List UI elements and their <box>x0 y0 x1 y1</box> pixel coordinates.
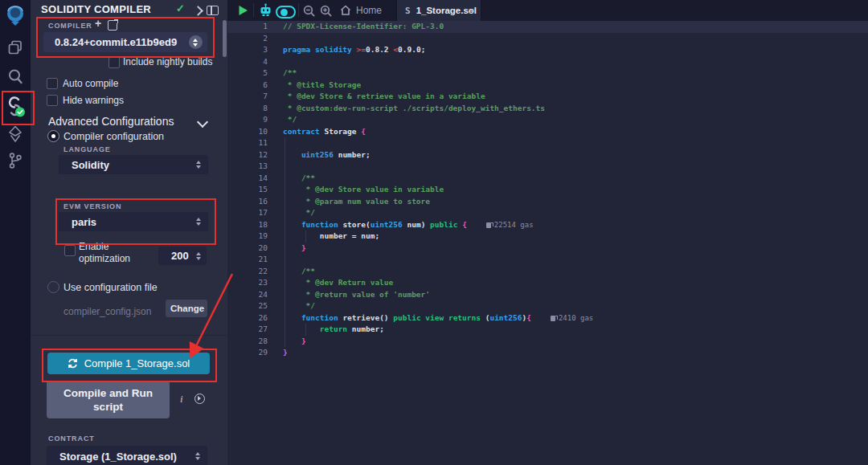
change-config-button[interactable]: Change <box>166 300 207 317</box>
line-number: 4 <box>227 56 268 68</box>
file-explorer-icon[interactable] <box>0 39 31 55</box>
line-number: 13 <box>227 161 268 173</box>
info-icon[interactable]: i <box>180 393 183 406</box>
code-line: 23 * @dev Return value <box>227 277 868 289</box>
optimization-runs-input[interactable]: 200 <box>158 247 207 265</box>
contract-select[interactable]: Storage (1_Storage.sol) <box>47 446 207 465</box>
indent-guide <box>285 137 285 347</box>
open-compiler-file-icon[interactable] <box>108 20 117 31</box>
panel-scrollbar-thumb[interactable] <box>223 20 227 57</box>
code-line: 25 */ <box>227 300 868 312</box>
enable-optimization-label: Enable optimization <box>79 241 146 265</box>
zoom-out-icon[interactable] <box>303 5 315 20</box>
line-number: 9 <box>227 114 268 126</box>
auto-compile-checkbox[interactable] <box>47 78 58 89</box>
solidity-compiler-icon[interactable] <box>0 96 31 118</box>
chevron-down-icon[interactable] <box>197 116 208 128</box>
tab-1-storage-sol[interactable]: S 1_Storage.sol × <box>396 0 481 21</box>
code-line: 4 <box>227 56 868 68</box>
indent-guide <box>305 324 306 336</box>
compiler-version-value: 0.8.24+commit.e11b9ed9 <box>43 36 177 48</box>
line-number: 18 <box>227 219 268 231</box>
home-tab-label: Home <box>356 5 382 16</box>
line-number: 24 <box>227 289 268 301</box>
language-select[interactable]: Solidity <box>59 155 208 174</box>
pin-panel-icon[interactable] <box>207 6 219 15</box>
include-nightly-checkbox[interactable] <box>108 57 120 68</box>
code-editor[interactable]: 1// SPDX-License-Identifier: GPL-3.023pr… <box>227 21 868 465</box>
evm-version-select[interactable]: paris <box>59 212 208 231</box>
evm-version-label: EVM VERSION <box>63 202 121 210</box>
include-nightly-label: Include nightly builds <box>123 56 212 67</box>
home-icon <box>340 5 351 15</box>
line-number: 22 <box>227 266 268 278</box>
code-line: 3pragma solidity >=0.8.2 <0.9.0; <box>227 44 868 56</box>
code-line: 15 * @dev Store value in variable <box>227 184 868 196</box>
run-script-play-icon[interactable] <box>238 5 248 19</box>
remix-logo-icon[interactable] <box>0 4 31 27</box>
add-compiler-icon[interactable]: + <box>95 17 101 30</box>
line-number: 23 <box>227 277 268 289</box>
language-label: LANGUAGE <box>63 145 111 153</box>
ai-assistant-robot-icon[interactable] <box>259 3 272 20</box>
compiler-configuration-label: Compiler configuration <box>63 131 164 142</box>
gas-pump-icon <box>486 222 491 228</box>
code-line: 16 * @param num value to store <box>227 196 868 208</box>
code-line: 22 /** <box>227 266 868 278</box>
config-file-name: compiler_config.json <box>63 306 151 317</box>
zoom-in-icon[interactable] <box>320 5 332 20</box>
code-line: 18 function store(uint256 num) public {2… <box>227 219 868 231</box>
file-tab-label: 1_Storage.sol <box>411 6 477 15</box>
code-line: 20 } <box>227 243 868 255</box>
refresh-icon <box>68 358 78 369</box>
code-line: 8 * @custom:dev-run-script ./scripts/dep… <box>227 103 868 115</box>
code-line: 24 * @return value of 'number' <box>227 289 868 301</box>
use-configuration-file-radio[interactable] <box>47 281 59 293</box>
code-line: 6 * @title Storage <box>227 80 868 92</box>
code-lines: 1// SPDX-License-Identifier: GPL-3.023pr… <box>227 21 868 359</box>
language-value: Solidity <box>59 159 109 171</box>
code-line: 27 return number; <box>227 324 868 336</box>
code-line: 29} <box>227 347 868 359</box>
line-number: 20 <box>227 243 268 255</box>
hide-warnings-label: Hide warnings <box>63 95 124 106</box>
search-icon[interactable] <box>0 68 31 85</box>
compile-and-run-button[interactable]: Compile and Run script <box>47 381 170 418</box>
gas-pump-icon <box>551 316 555 321</box>
line-number: 7 <box>227 91 268 103</box>
line-number: 3 <box>227 44 268 56</box>
code-line: 17 */ <box>227 207 868 219</box>
toolbar-separator <box>298 3 299 17</box>
code-line: 5/** <box>227 67 868 80</box>
line-number: 19 <box>227 230 268 243</box>
auto-compile-label: Auto compile <box>63 78 118 89</box>
code-line: 12 uint256 number; <box>227 149 868 161</box>
line-number: 25 <box>227 300 268 312</box>
activity-bar <box>0 0 31 465</box>
code-line: 28 } <box>227 336 868 348</box>
hide-warnings-checkbox[interactable] <box>47 95 58 106</box>
solidity-compiler-panel: SOLIDITY COMPILER ✓ COMPILER + 0.8.24+co… <box>31 0 228 465</box>
line-number: 28 <box>227 336 268 348</box>
compiler-configuration-radio[interactable] <box>47 130 59 142</box>
code-line: 7 * @dev Store & retrieve value in a var… <box>227 91 868 103</box>
script-copy-icon[interactable] <box>194 394 205 404</box>
deploy-run-icon[interactable] <box>0 125 31 143</box>
chevron-right-icon[interactable] <box>193 6 203 16</box>
line-number: 11 <box>227 137 268 149</box>
line-number: 1 <box>227 21 268 33</box>
panel-title: SOLIDITY COMPILER <box>41 3 151 15</box>
evm-version-value: paris <box>59 216 96 228</box>
contract-value: Storage (1_Storage.sol) <box>47 451 177 463</box>
code-line: 19 number = num; <box>227 230 868 243</box>
advanced-configurations-heading[interactable]: Advanced Configurations <box>48 115 174 128</box>
version-stepper-icon[interactable] <box>189 35 203 49</box>
git-icon[interactable] <box>0 152 31 169</box>
section-divider <box>31 335 227 336</box>
ai-toggle-switch[interactable] <box>276 6 296 18</box>
compile-button[interactable]: Compile 1_Storage.sol <box>47 353 210 374</box>
compiler-version-select[interactable]: 0.8.24+commit.e11b9ed9 <box>43 32 207 52</box>
remix-ide-window: SOLIDITY COMPILER ✓ COMPILER + 0.8.24+co… <box>0 0 868 465</box>
close-tab-icon[interactable]: × <box>468 5 474 17</box>
enable-optimization-checkbox[interactable] <box>64 245 76 256</box>
